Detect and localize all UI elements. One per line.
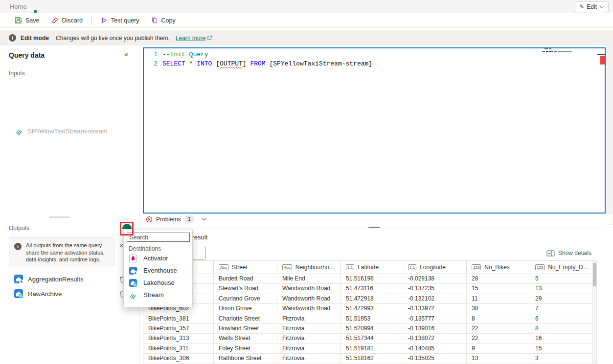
table-cell: 22 bbox=[467, 334, 530, 343]
table-cell: 51.517344 bbox=[341, 334, 403, 343]
banner-message: Changes will go live once you publish th… bbox=[56, 35, 170, 42]
menu-item-eventhouse[interactable]: Eventhouse bbox=[124, 264, 193, 277]
column-header-label: Latitude bbox=[358, 264, 379, 271]
section-resize-handle[interactable] bbox=[49, 216, 69, 218]
table-cell: -0.140485 bbox=[403, 344, 467, 353]
collapse-panel-icon[interactable]: « bbox=[124, 50, 128, 58]
input-item-stream[interactable]: SPYellowTaxiStream-stream bbox=[15, 127, 108, 135]
table-cell: -0.137235 bbox=[403, 284, 467, 293]
info-icon: i bbox=[14, 243, 22, 250]
code-line: 2 SELECT * INTO [OUTPUT] FROM [SPYellowT… bbox=[144, 59, 605, 68]
table-cell: 51.473116 bbox=[341, 284, 403, 293]
column-type-badge: 1.1 bbox=[408, 264, 416, 270]
table-cell: Foley Street bbox=[214, 344, 277, 353]
menu-item-lakehouse[interactable]: Lakehouse bbox=[124, 277, 193, 289]
minimap[interactable] bbox=[542, 48, 572, 53]
table-row: BikePoints_311Foley StreetFitzrovia51.51… bbox=[143, 344, 592, 354]
column-type-badge: Abc bbox=[219, 264, 228, 270]
copy-button[interactable]: Copy bbox=[145, 14, 182, 27]
learn-more-link[interactable]: Learn more bbox=[176, 35, 212, 42]
table-cell: 15 bbox=[530, 344, 592, 353]
eraser-icon bbox=[51, 17, 59, 24]
table-row: BikePoints_313Wells StreetFitzrovia51.51… bbox=[143, 334, 592, 343]
table-cell: -0.133972 bbox=[403, 304, 467, 313]
scrollbar-thumb[interactable] bbox=[593, 263, 596, 286]
error-overview-marker[interactable] bbox=[600, 56, 605, 64]
column-type-badge: Abc bbox=[282, 264, 292, 270]
unsaved-indicator-dot bbox=[34, 10, 37, 13]
table-cell: BikePoints_306 bbox=[143, 354, 214, 363]
column-header-label: No_Bikes bbox=[484, 264, 509, 271]
column-header[interactable]: 123No_Bikes bbox=[467, 261, 530, 274]
output-item-rawarchive[interactable]: RawArchive bbox=[14, 288, 126, 300]
show-details-button[interactable]: Show details bbox=[546, 250, 591, 257]
edit-mode-button[interactable]: ✎ Edit bbox=[575, 1, 609, 12]
table-scrollbar[interactable] bbox=[592, 260, 597, 364]
table-cell: 15 bbox=[467, 284, 530, 293]
query-code-editor[interactable]: 1 --Init Query 2 SELECT * INTO [OUTPUT] … bbox=[143, 47, 606, 214]
table-cell: 13 bbox=[530, 284, 592, 293]
column-header[interactable]: 1.1Longitude bbox=[403, 261, 467, 274]
code-line: 1 --Init Query bbox=[144, 50, 605, 59]
test-query-button[interactable]: Test query bbox=[95, 14, 145, 27]
table-row: Burdett RoadMile End51.516196-0.02913828… bbox=[143, 274, 592, 284]
chevron-down-icon bbox=[599, 5, 604, 8]
line-number: 2 bbox=[144, 59, 158, 68]
lakehouse-icon bbox=[14, 289, 23, 299]
copy-label: Copy bbox=[161, 17, 176, 24]
line-number: 1 bbox=[144, 50, 158, 59]
table-cell: -0.135025 bbox=[403, 354, 467, 363]
error-token: OUTPUT bbox=[220, 60, 243, 67]
column-header-label: Neighbourho... bbox=[295, 264, 334, 271]
table-cell: 16 bbox=[530, 334, 592, 343]
column-header[interactable]: AbcNeighbourho... bbox=[277, 261, 341, 274]
column-header[interactable]: AbcStreet bbox=[214, 261, 277, 274]
table-row: BikePoints_602Union GroveWandsworth Road… bbox=[143, 304, 592, 314]
table-row: Stewart's RoadWandsworth Road51.473116-0… bbox=[143, 284, 592, 294]
table-cell: 9 bbox=[467, 344, 530, 353]
table-cell: Rathbone Street bbox=[214, 354, 277, 363]
copy-icon bbox=[151, 17, 158, 24]
table-cell: -0.029138 bbox=[403, 274, 467, 283]
table-header-row: AbcStreetAbcNeighbourho...1.1Latitude1.1… bbox=[143, 261, 592, 274]
table-cell: Fitzrovia bbox=[277, 334, 341, 343]
toolbar-divider bbox=[91, 16, 92, 25]
table-cell: 51.519181 bbox=[341, 344, 403, 353]
problems-label: Problems bbox=[156, 216, 181, 223]
table-cell: BikePoints_313 bbox=[143, 334, 214, 343]
table-cell: Wandsworth Road bbox=[277, 284, 341, 293]
table-cell: Fitzrovia bbox=[277, 344, 341, 353]
table-cell: Fitzrovia bbox=[277, 314, 341, 323]
menu-item-activator[interactable]: Activator bbox=[124, 252, 193, 264]
table-body: Burdett RoadMile End51.516196-0.02913828… bbox=[143, 274, 592, 364]
code-comment: --Init Query bbox=[162, 50, 208, 59]
banner-title: Edit mode bbox=[21, 35, 49, 42]
table-cell: 3 bbox=[530, 354, 592, 363]
save-icon bbox=[15, 17, 22, 24]
destination-search-input[interactable] bbox=[127, 233, 190, 242]
table-cell: 51.472993 bbox=[341, 304, 403, 313]
column-header-label: Longitude bbox=[420, 264, 446, 271]
show-details-icon bbox=[546, 250, 555, 257]
column-header-label: Street bbox=[232, 264, 248, 271]
menu-item-label: Activator bbox=[143, 255, 168, 262]
column-type-badge: 123 bbox=[472, 264, 481, 270]
minimap-divider bbox=[598, 48, 598, 213]
destinations-section-label: Destinations bbox=[129, 245, 161, 252]
tab-home[interactable]: Home bbox=[10, 3, 27, 10]
menu-item-stream[interactable]: Stream bbox=[124, 289, 193, 301]
problems-count-badge: 1 bbox=[184, 215, 194, 223]
results-table: AbcStreetAbcNeighbourho...1.1Latitude1.1… bbox=[143, 260, 592, 364]
output-item-aggregationresults[interactable]: AggregationResults bbox=[14, 273, 126, 285]
discard-button[interactable]: Discard bbox=[45, 14, 89, 27]
problems-bar[interactable]: Problems 1 bbox=[140, 214, 613, 224]
table-cell: 13 bbox=[467, 354, 530, 363]
output-item-label: RawArchive bbox=[28, 290, 62, 298]
outputs-info-card: i All outputs from the same query share … bbox=[9, 237, 114, 266]
column-header[interactable]: 1.1Latitude bbox=[341, 261, 403, 274]
table-cell: 29 bbox=[530, 294, 592, 303]
save-button[interactable]: Save bbox=[9, 14, 45, 27]
stream-icon bbox=[15, 127, 23, 135]
column-header[interactable]: 123No_Empty_D... bbox=[530, 261, 592, 274]
menu-item-label: Eventhouse bbox=[143, 267, 177, 274]
